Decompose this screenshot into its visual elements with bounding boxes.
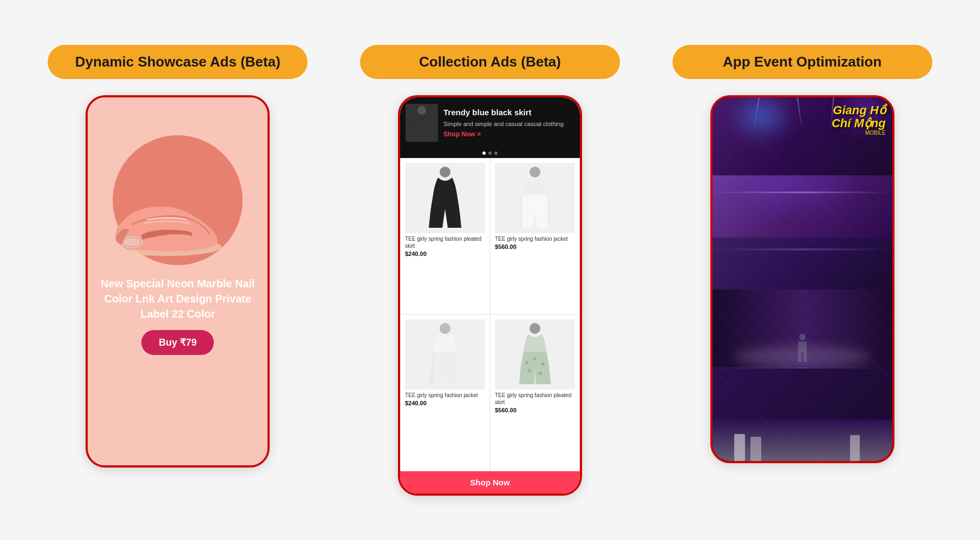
svg-point-5 [440,167,450,177]
grid-item-3-name: TEE girly spring fashion jacket [405,392,485,399]
collection-shop-now-link[interactable]: Shop Now > [443,130,574,138]
app-event-label: App Event Optimization [672,45,932,79]
dress-4-svg [516,322,554,387]
collection-ads-phone: Trendy blue black skirt Simple and simpl… [398,95,582,496]
svg-point-8 [530,323,540,334]
grid-item-1-name: TEE girly spring fashion pleated skirt [405,235,485,249]
svg-point-10 [533,357,537,360]
header-dress-svg [408,105,435,140]
collection-header-image [406,104,438,142]
grid-item-2-image [495,163,575,233]
dsa-phone-content: New Special Neon Marble Nail Color Lnk A… [88,97,267,465]
grid-item-2[interactable]: TEE girly spring fashion jacket $560.00 [490,158,580,315]
svg-point-12 [528,369,531,372]
page-container: Dynamic Showcase Ads (Beta) [32,45,948,496]
game-title-line1: Giang Hồ [832,104,886,117]
app-event-column: App Event Optimization Giang Hồ Chí Mộng… [657,45,948,463]
carousel-dots [400,148,580,158]
collection-footer-button[interactable]: Shop Now [400,471,580,493]
svg-point-3 [417,106,426,115]
dress-3-svg [426,322,464,387]
dynamic-showcase-phone: New Special Neon Marble Nail Color Lnk A… [86,95,270,467]
collection-header: Trendy blue black skirt Simple and simpl… [400,97,580,148]
grid-item-4[interactable]: TEE girly spring fashion pleated skirt $… [490,314,580,471]
dsa-product-name: New Special Neon Marble Nail Color Lnk A… [99,276,257,321]
shoe-illustration [102,189,232,260]
collection-description: Simple and simple and casual casual clot… [443,120,574,128]
dsa-circle [113,135,243,265]
grid-item-4-price: $560.00 [495,407,575,413]
grid-item-1-image [405,163,485,233]
grid-item-2-price: $560.00 [495,243,575,250]
game-subtitle: MOBILE [832,130,886,136]
grid-item-1-price: $240.00 [405,251,485,257]
dynamic-showcase-column: Dynamic Showcase Ads (Beta) [32,45,323,467]
dot-1 [482,152,486,155]
game-logo: Giang Hồ Chí Mộng MOBILE [832,104,886,136]
background-pattern [713,97,892,461]
svg-rect-4 [413,132,431,140]
dsa-buy-button[interactable]: Buy ₹79 [141,330,214,355]
collection-header-text: Trendy blue black skirt Simple and simpl… [443,107,574,138]
svg-point-13 [539,372,542,375]
dress-1-svg [426,166,464,231]
collection-ads-label: Collection Ads (Beta) [360,45,620,79]
svg-point-6 [530,167,540,177]
dress-2-svg [516,166,554,231]
grid-item-4-image [495,319,575,390]
grid-item-3[interactable]: TEE girly spring fashion jacket $240.00 [400,314,490,471]
grid-item-2-name: TEE girly spring fashion jacket [495,235,575,242]
dynamic-showcase-label: Dynamic Showcase Ads (Beta) [48,45,308,79]
svg-point-9 [525,361,528,364]
collection-product-grid: TEE girly spring fashion pleated skirt $… [400,158,580,471]
collection-ads-column: Collection Ads (Beta) Trendy blue black … [345,45,636,496]
grid-item-3-price: $240.00 [405,400,485,406]
app-event-phone: Giang Hồ Chí Mộng MOBILE [710,95,894,463]
svg-point-7 [440,323,450,334]
svg-point-11 [541,363,545,366]
game-title-line2: Chí Mộng [832,117,886,130]
collection-title: Trendy blue black skirt [443,107,574,118]
dot-3 [494,152,498,155]
grid-item-3-image [405,319,485,390]
grid-item-4-name: TEE girly spring fashion pleated skirt [495,392,575,406]
dot-2 [488,152,492,155]
grid-item-1[interactable]: TEE girly spring fashion pleated skirt $… [400,158,490,315]
